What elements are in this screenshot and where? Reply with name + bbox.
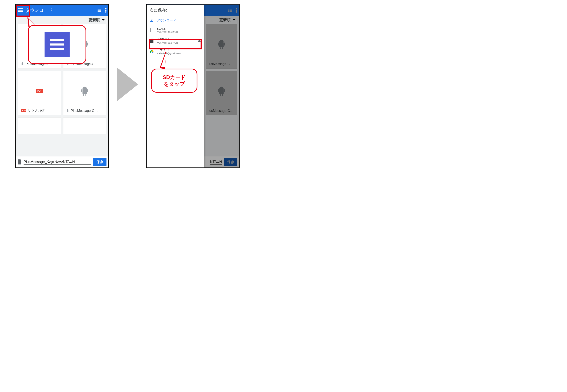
callout-menu <box>28 25 86 64</box>
file-tile[interactable] <box>18 118 61 134</box>
svg-rect-0 <box>98 9 99 10</box>
file-tile[interactable]: PDF PDF リンク. pdf <box>18 71 61 115</box>
svg-rect-21 <box>83 94 84 96</box>
appbar-title: ダウンロード <box>26 7 95 13</box>
drawer-title: 次に保存: <box>147 5 204 16</box>
svg-rect-1 <box>99 9 101 10</box>
android-icon <box>21 62 24 66</box>
svg-rect-3 <box>99 10 101 11</box>
drawer-label: ドライブ <box>157 48 181 52</box>
svg-rect-22 <box>85 94 86 96</box>
svg-rect-20 <box>87 89 88 92</box>
drawer-label: SDカード <box>157 37 178 41</box>
svg-rect-14 <box>87 43 88 45</box>
svg-rect-11 <box>22 63 23 65</box>
kebab-icon[interactable] <box>105 8 107 13</box>
phone-right: 更新順 lusMessage-G… <box>146 4 240 168</box>
svg-rect-18 <box>82 89 87 94</box>
svg-rect-42 <box>152 39 152 40</box>
pdf-icon: PDF <box>21 109 26 112</box>
hamburger-icon-large <box>44 32 69 57</box>
svg-rect-2 <box>98 10 99 11</box>
document-icon <box>18 159 22 164</box>
svg-rect-40 <box>151 28 153 32</box>
drawer-item-device[interactable]: SOV37 空き容量: 41.32 GB <box>147 25 204 35</box>
sd-card-icon <box>150 39 153 43</box>
drawer-item-sdcard[interactable]: SDカード 空き容量: 30.87 GB <box>147 35 204 46</box>
pdf-icon: PDF <box>36 89 43 93</box>
file-tile[interactable] <box>63 118 106 134</box>
svg-rect-4 <box>98 11 99 12</box>
drawer-label: SOV37 <box>157 27 178 30</box>
svg-rect-19 <box>81 89 82 92</box>
nav-drawer: 次に保存: ダウンロード SOV37 空き <box>147 5 204 168</box>
drawer-sublabel: 空き容量: 41.32 GB <box>157 30 178 34</box>
file-tile[interactable]: PlusMessage-G… <box>63 71 106 115</box>
phone-left: ダウンロード 更新順 <box>15 4 109 168</box>
file-name: リンク. pdf <box>28 108 44 113</box>
filename-input[interactable]: PlusMessage_KzgxNzAzNTAwN <box>24 159 91 165</box>
chevron-down-icon <box>101 18 105 22</box>
svg-rect-23 <box>67 110 68 112</box>
appbar: ダウンロード <box>16 5 108 16</box>
drawer-sublabel: 空き容量: 30.87 GB <box>157 41 178 44</box>
callout-sd-tap: SDカード をタップ <box>151 69 197 93</box>
download-icon <box>150 18 154 22</box>
callout-text: SDカード をタップ <box>163 74 186 87</box>
phone-icon <box>150 28 153 32</box>
hamburger-icon[interactable] <box>18 8 23 12</box>
android-icon <box>80 86 89 96</box>
view-list-icon[interactable] <box>97 8 101 13</box>
android-icon <box>66 109 69 113</box>
filename-bar: PlusMessage_KzgxNzAzNTAwN 保存 <box>16 156 108 168</box>
sort-row[interactable]: 更新順 <box>16 16 108 24</box>
file-name: PlusMessage-G… <box>71 109 98 113</box>
step-arrow <box>117 67 138 102</box>
drawer-item-downloads[interactable]: ダウンロード <box>147 16 204 25</box>
eject-icon[interactable] <box>198 39 201 42</box>
sort-label: 更新順 <box>89 17 100 22</box>
save-button[interactable]: 保存 <box>93 158 107 166</box>
svg-rect-5 <box>99 11 101 12</box>
svg-rect-43 <box>152 39 153 40</box>
drawer-label: ダウンロード <box>157 18 176 23</box>
svg-rect-41 <box>151 39 152 40</box>
drawer-item-drive[interactable]: ドライブ audev001@gmail.com <box>147 46 204 57</box>
google-drive-icon <box>150 50 154 53</box>
drawer-sublabel: audev001@gmail.com <box>157 52 181 55</box>
